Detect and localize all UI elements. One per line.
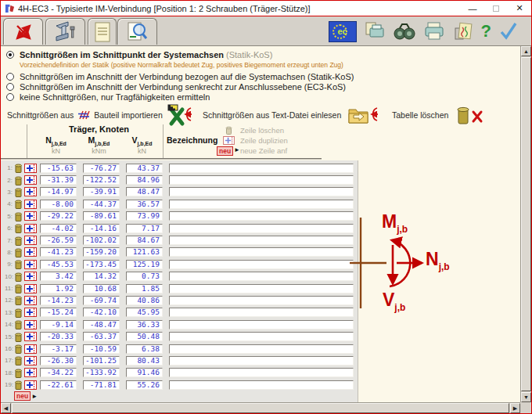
delete-row-icon[interactable]: [14, 211, 23, 221]
bezeichnung-field[interactable]: [169, 308, 354, 317]
v-value-field[interactable]: 45.95: [126, 308, 163, 317]
n-value-field[interactable]: -29.22: [40, 211, 77, 221]
bezeichnung-field[interactable]: [169, 284, 354, 293]
v-value-field[interactable]: 48.47: [126, 187, 163, 196]
n-value-field[interactable]: -15.24: [40, 308, 77, 317]
m-value-field[interactable]: -76.27: [83, 164, 120, 173]
duplicate-row-icon[interactable]: [24, 272, 37, 281]
m-value-field[interactable]: -10.59: [83, 344, 120, 354]
v-value-field[interactable]: 36.33: [126, 320, 163, 329]
n-value-field[interactable]: -26.30: [40, 356, 77, 365]
duplicate-row-icon[interactable]: [24, 236, 37, 245]
horizontal-scroll-thumb[interactable]: [12, 403, 509, 413]
duplicate-row-icon[interactable]: [24, 284, 37, 293]
bezeichnung-field[interactable]: [169, 224, 354, 233]
duplicate-row-icon[interactable]: [24, 187, 37, 196]
duplicate-row-icon[interactable]: [24, 211, 37, 221]
delete-row-icon[interactable]: [14, 223, 23, 233]
v-value-field[interactable]: 84.67: [126, 236, 163, 245]
v-value-field[interactable]: 1.85: [126, 284, 163, 293]
m-value-field[interactable]: -48.47: [83, 320, 120, 329]
duplicate-row-icon[interactable]: [24, 164, 37, 173]
v-value-field[interactable]: 6.38: [126, 344, 163, 354]
import-bauteil-button[interactable]: [167, 103, 193, 127]
horizontal-scrollbar[interactable]: ◀ ▶: [1, 402, 520, 413]
m-value-field[interactable]: -101.25: [83, 356, 120, 365]
maximize-button[interactable]: [484, 1, 508, 16]
delete-row-icon[interactable]: [14, 295, 23, 305]
v-value-field[interactable]: 50.48: [126, 332, 163, 341]
tab-schnittgroessen[interactable]: [3, 18, 43, 45]
n-value-field[interactable]: -14.23: [40, 296, 77, 305]
n-value-field[interactable]: -22.61: [40, 380, 77, 390]
tab-dokument[interactable]: [88, 18, 117, 45]
eurocode-button[interactable]: ec: [329, 21, 357, 42]
bezeichnung-field[interactable]: [169, 380, 354, 390]
bezeichnung-field[interactable]: [169, 356, 354, 365]
bezeichnung-field[interactable]: [169, 175, 354, 185]
radio-icon[interactable]: [6, 73, 14, 81]
n-value-field[interactable]: -3.17: [40, 344, 77, 354]
scroll-right-button[interactable]: ▶: [510, 403, 520, 413]
duplicate-row-icon[interactable]: [24, 320, 37, 329]
bezeichnung-field[interactable]: [169, 368, 354, 377]
n-value-field[interactable]: -20.33: [40, 332, 77, 341]
bezeichnung-field[interactable]: [169, 236, 354, 245]
bezeichnung-field[interactable]: [169, 272, 354, 281]
duplicate-row-icon[interactable]: [24, 368, 37, 377]
v-value-field[interactable]: 80.43: [126, 356, 163, 365]
n-value-field[interactable]: -14.97: [40, 187, 77, 196]
n-value-field[interactable]: -4.02: [40, 224, 77, 233]
duplicate-row-icon[interactable]: [24, 332, 37, 341]
delete-row-icon[interactable]: [14, 187, 23, 197]
duplicate-row-icon[interactable]: [24, 224, 37, 233]
duplicate-row-icon[interactable]: [24, 308, 37, 317]
radio-icon[interactable]: [6, 83, 14, 91]
m-value-field[interactable]: -173.45: [83, 260, 120, 269]
help-button[interactable]: ?: [481, 23, 491, 40]
bezeichnung-field[interactable]: [169, 344, 354, 354]
delete-printlist-button[interactable]: [452, 20, 474, 42]
m-value-field[interactable]: -69.74: [83, 296, 120, 305]
copy-output-button[interactable]: [364, 20, 386, 42]
v-value-field[interactable]: 36.57: [126, 200, 163, 209]
import-textfile-button[interactable]: [347, 104, 379, 126]
clear-table-button[interactable]: [455, 104, 484, 126]
delete-row-icon[interactable]: [14, 163, 23, 173]
delete-row-icon[interactable]: [14, 175, 23, 185]
v-value-field[interactable]: 0.73: [126, 272, 163, 281]
radio-icon[interactable]: [6, 93, 14, 101]
scroll-down-button[interactable]: ▼: [521, 392, 531, 402]
confirm-button[interactable]: [498, 21, 519, 41]
delete-row-icon[interactable]: [14, 319, 23, 329]
search-button[interactable]: [393, 21, 416, 41]
bezeichnung-field[interactable]: [169, 200, 354, 209]
n-value-field[interactable]: -41.23: [40, 247, 77, 257]
v-value-field[interactable]: 7.17: [126, 224, 163, 233]
delete-row-icon[interactable]: [14, 236, 23, 246]
option-schnittpunkt[interactable]: Schnittgrößen im Schnittpunkt der System…: [6, 50, 272, 59]
bezeichnung-field[interactable]: [169, 296, 354, 305]
vertical-scrollbar[interactable]: ▲ ▼: [520, 46, 531, 402]
v-value-field[interactable]: 121.63: [126, 247, 163, 257]
v-value-field[interactable]: 43.37: [126, 164, 163, 173]
option-keine-schnittgroessen[interactable]: keine Schnittgrößen, nur Tragfähigkeiten…: [6, 92, 210, 102]
m-value-field[interactable]: -133.92: [83, 368, 120, 377]
m-value-field[interactable]: -44.37: [83, 200, 120, 209]
m-value-field[interactable]: -14.16: [83, 224, 120, 233]
v-value-field[interactable]: 84.96: [126, 175, 163, 185]
m-value-field[interactable]: 10.68: [83, 284, 120, 293]
bezeichnung-field[interactable]: [169, 164, 354, 173]
duplicate-row-icon[interactable]: [24, 356, 37, 365]
bezeichnung-field[interactable]: [169, 187, 354, 196]
delete-row-icon[interactable]: [14, 380, 23, 390]
bezeichnung-field[interactable]: [169, 247, 354, 257]
duplicate-row-icon[interactable]: [24, 175, 37, 185]
bezeichnung-field[interactable]: [169, 332, 354, 341]
vertical-scroll-thumb[interactable]: [521, 57, 531, 391]
v-value-field[interactable]: 73.99: [126, 211, 163, 221]
n-value-field[interactable]: -9.14: [40, 320, 77, 329]
duplicate-row-icon[interactable]: [24, 260, 37, 269]
bezeichnung-field[interactable]: [169, 320, 354, 329]
m-value-field[interactable]: -122.52: [83, 175, 120, 185]
